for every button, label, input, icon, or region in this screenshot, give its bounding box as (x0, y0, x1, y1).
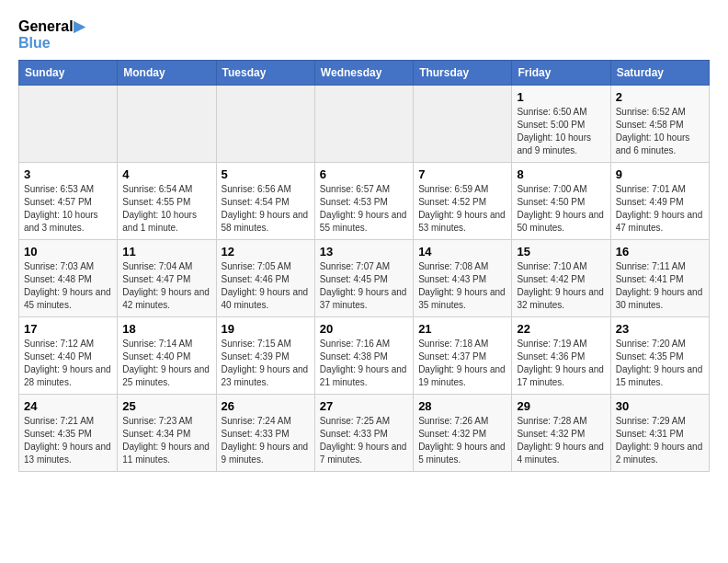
day-number: 11 (122, 245, 210, 259)
day-number: 18 (122, 322, 210, 336)
calendar-week-4: 17Sunrise: 7:12 AMSunset: 4:40 PMDayligh… (19, 317, 710, 395)
day-info: Sunrise: 7:19 AMSunset: 4:36 PMDaylight:… (517, 338, 605, 389)
calendar-cell: 6Sunrise: 6:57 AMSunset: 4:53 PMDaylight… (314, 163, 413, 240)
calendar-cell: 10Sunrise: 7:03 AMSunset: 4:48 PMDayligh… (19, 240, 118, 317)
day-info: Sunrise: 7:03 AMSunset: 4:48 PMDaylight:… (24, 260, 112, 312)
calendar-cell: 23Sunrise: 7:20 AMSunset: 4:35 PMDayligh… (610, 317, 709, 395)
day-info: Sunrise: 6:53 AMSunset: 4:57 PMDaylight:… (24, 183, 112, 235)
calendar-cell: 25Sunrise: 7:23 AMSunset: 4:34 PMDayligh… (118, 395, 216, 472)
day-info: Sunrise: 7:07 AMSunset: 4:45 PMDaylight:… (320, 260, 408, 312)
day-info: Sunrise: 7:23 AMSunset: 4:34 PMDaylight:… (122, 415, 210, 466)
day-number: 1 (517, 90, 605, 104)
calendar-cell: 24Sunrise: 7:21 AMSunset: 4:35 PMDayligh… (19, 395, 118, 472)
logo-text: General▶ Blue (18, 18, 85, 51)
day-info: Sunrise: 7:28 AMSunset: 4:32 PMDaylight:… (517, 415, 605, 466)
weekday-header-wednesday: Wednesday (314, 61, 413, 86)
day-info: Sunrise: 7:24 AMSunset: 4:33 PMDaylight:… (222, 415, 310, 466)
day-info: Sunrise: 6:54 AMSunset: 4:55 PMDaylight:… (122, 183, 210, 235)
page-header: General▶ Blue (18, 18, 710, 51)
day-info: Sunrise: 7:01 AMSunset: 4:49 PMDaylight:… (616, 183, 704, 235)
day-number: 2 (616, 90, 704, 104)
weekday-header-row: SundayMondayTuesdayWednesdayThursdayFrid… (19, 61, 710, 86)
day-info: Sunrise: 7:20 AMSunset: 4:35 PMDaylight:… (616, 338, 704, 389)
calendar-table: SundayMondayTuesdayWednesdayThursdayFrid… (18, 60, 710, 472)
calendar-cell: 3Sunrise: 6:53 AMSunset: 4:57 PMDaylight… (19, 163, 118, 240)
calendar-cell (216, 86, 314, 163)
day-number: 14 (418, 245, 506, 259)
day-info: Sunrise: 6:52 AMSunset: 4:58 PMDaylight:… (616, 106, 704, 157)
day-info: Sunrise: 7:00 AMSunset: 4:50 PMDaylight:… (517, 183, 605, 235)
day-number: 9 (616, 167, 704, 181)
calendar-cell: 2Sunrise: 6:52 AMSunset: 4:58 PMDaylight… (610, 86, 709, 163)
day-info: Sunrise: 7:29 AMSunset: 4:31 PMDaylight:… (616, 415, 704, 466)
calendar-cell: 4Sunrise: 6:54 AMSunset: 4:55 PMDaylight… (118, 163, 216, 240)
day-number: 23 (616, 322, 704, 336)
calendar-cell: 28Sunrise: 7:26 AMSunset: 4:32 PMDayligh… (414, 395, 512, 472)
day-info: Sunrise: 6:59 AMSunset: 4:52 PMDaylight:… (418, 183, 506, 235)
weekday-header-sunday: Sunday (19, 61, 118, 86)
day-info: Sunrise: 7:26 AMSunset: 4:32 PMDaylight:… (418, 415, 506, 466)
day-info: Sunrise: 7:16 AMSunset: 4:38 PMDaylight:… (320, 338, 408, 389)
weekday-header-friday: Friday (512, 61, 610, 86)
calendar-cell: 7Sunrise: 6:59 AMSunset: 4:52 PMDaylight… (414, 163, 512, 240)
calendar-cell: 18Sunrise: 7:14 AMSunset: 4:40 PMDayligh… (118, 317, 216, 395)
calendar-cell (19, 86, 118, 163)
calendar-week-1: 1Sunrise: 6:50 AMSunset: 5:00 PMDaylight… (19, 86, 710, 163)
calendar-cell: 27Sunrise: 7:25 AMSunset: 4:33 PMDayligh… (314, 395, 413, 472)
day-number: 3 (24, 167, 112, 181)
day-info: Sunrise: 6:57 AMSunset: 4:53 PMDaylight:… (320, 183, 408, 235)
day-info: Sunrise: 6:50 AMSunset: 5:00 PMDaylight:… (517, 106, 605, 157)
calendar-week-3: 10Sunrise: 7:03 AMSunset: 4:48 PMDayligh… (19, 240, 710, 317)
day-info: Sunrise: 7:21 AMSunset: 4:35 PMDaylight:… (24, 415, 112, 466)
calendar-cell (314, 86, 413, 163)
calendar-cell: 29Sunrise: 7:28 AMSunset: 4:32 PMDayligh… (512, 395, 610, 472)
day-number: 16 (616, 245, 704, 259)
calendar-cell: 16Sunrise: 7:11 AMSunset: 4:41 PMDayligh… (610, 240, 709, 317)
calendar-cell: 21Sunrise: 7:18 AMSunset: 4:37 PMDayligh… (414, 317, 512, 395)
day-number: 25 (122, 399, 210, 413)
day-info: Sunrise: 7:25 AMSunset: 4:33 PMDaylight:… (320, 415, 408, 466)
calendar-cell: 8Sunrise: 7:00 AMSunset: 4:50 PMDaylight… (512, 163, 610, 240)
calendar-cell: 13Sunrise: 7:07 AMSunset: 4:45 PMDayligh… (314, 240, 413, 317)
day-info: Sunrise: 7:18 AMSunset: 4:37 PMDaylight:… (418, 338, 506, 389)
calendar-cell: 19Sunrise: 7:15 AMSunset: 4:39 PMDayligh… (216, 317, 314, 395)
calendar-cell: 20Sunrise: 7:16 AMSunset: 4:38 PMDayligh… (314, 317, 413, 395)
calendar-cell: 1Sunrise: 6:50 AMSunset: 5:00 PMDaylight… (512, 86, 610, 163)
day-number: 30 (616, 399, 704, 413)
day-number: 28 (418, 399, 506, 413)
day-info: Sunrise: 7:05 AMSunset: 4:46 PMDaylight:… (222, 260, 310, 312)
calendar-cell: 14Sunrise: 7:08 AMSunset: 4:43 PMDayligh… (414, 240, 512, 317)
calendar-cell: 15Sunrise: 7:10 AMSunset: 4:42 PMDayligh… (512, 240, 610, 317)
day-number: 29 (517, 399, 605, 413)
day-number: 4 (122, 167, 210, 181)
calendar-cell: 9Sunrise: 7:01 AMSunset: 4:49 PMDaylight… (610, 163, 709, 240)
day-number: 6 (320, 167, 408, 181)
calendar-cell: 22Sunrise: 7:19 AMSunset: 4:36 PMDayligh… (512, 317, 610, 395)
day-info: Sunrise: 6:56 AMSunset: 4:54 PMDaylight:… (222, 183, 310, 235)
day-number: 5 (222, 167, 310, 181)
weekday-header-monday: Monday (118, 61, 216, 86)
day-info: Sunrise: 7:14 AMSunset: 4:40 PMDaylight:… (122, 338, 210, 389)
calendar-cell: 17Sunrise: 7:12 AMSunset: 4:40 PMDayligh… (19, 317, 118, 395)
calendar-cell: 30Sunrise: 7:29 AMSunset: 4:31 PMDayligh… (610, 395, 709, 472)
day-info: Sunrise: 7:08 AMSunset: 4:43 PMDaylight:… (418, 260, 506, 312)
weekday-header-tuesday: Tuesday (216, 61, 314, 86)
logo: General▶ Blue (18, 18, 85, 51)
day-number: 7 (418, 167, 506, 181)
calendar-cell: 12Sunrise: 7:05 AMSunset: 4:46 PMDayligh… (216, 240, 314, 317)
weekday-header-thursday: Thursday (414, 61, 512, 86)
calendar-cell (414, 86, 512, 163)
day-info: Sunrise: 7:15 AMSunset: 4:39 PMDaylight:… (222, 338, 310, 389)
day-info: Sunrise: 7:10 AMSunset: 4:42 PMDaylight:… (517, 260, 605, 312)
calendar-week-5: 24Sunrise: 7:21 AMSunset: 4:35 PMDayligh… (19, 395, 710, 472)
calendar-week-2: 3Sunrise: 6:53 AMSunset: 4:57 PMDaylight… (19, 163, 710, 240)
calendar-cell: 5Sunrise: 6:56 AMSunset: 4:54 PMDaylight… (216, 163, 314, 240)
day-number: 26 (222, 399, 310, 413)
calendar-cell: 11Sunrise: 7:04 AMSunset: 4:47 PMDayligh… (118, 240, 216, 317)
day-number: 20 (320, 322, 408, 336)
day-info: Sunrise: 7:12 AMSunset: 4:40 PMDaylight:… (24, 338, 112, 389)
calendar-cell: 26Sunrise: 7:24 AMSunset: 4:33 PMDayligh… (216, 395, 314, 472)
calendar-cell (118, 86, 216, 163)
day-number: 13 (320, 245, 408, 259)
day-number: 27 (320, 399, 408, 413)
